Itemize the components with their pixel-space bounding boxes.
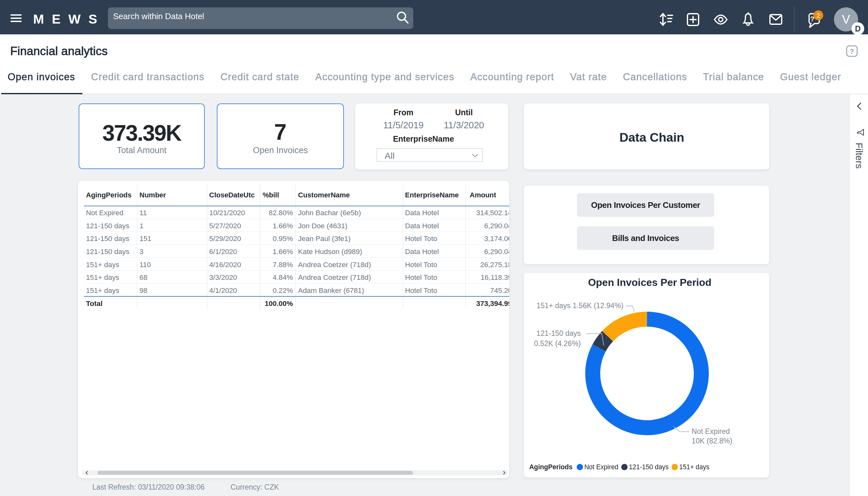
svg-text:151+ days 1.56K (12.94%): 151+ days 1.56K (12.94%)	[537, 301, 623, 310]
svg-text:121-150 days: 121-150 days	[537, 329, 581, 338]
svg-text:?: ?	[850, 47, 854, 56]
svg-text:Not Expired: Not Expired	[584, 463, 618, 471]
svg-text:0.52K (4.26%): 0.52K (4.26%)	[534, 339, 581, 348]
svg-text:2: 2	[817, 12, 820, 19]
svg-text:121-150 days: 121-150 days	[629, 463, 669, 471]
svg-text:AgingPeriods: AgingPeriods	[529, 463, 573, 471]
svg-text:Not Expired: Not Expired	[692, 427, 730, 435]
svg-text:151+ days: 151+ days	[679, 463, 710, 471]
svg-text:V: V	[842, 13, 850, 26]
svg-text:10K (82.8%): 10K (82.8%)	[692, 437, 732, 445]
svg-text:D: D	[855, 24, 861, 33]
